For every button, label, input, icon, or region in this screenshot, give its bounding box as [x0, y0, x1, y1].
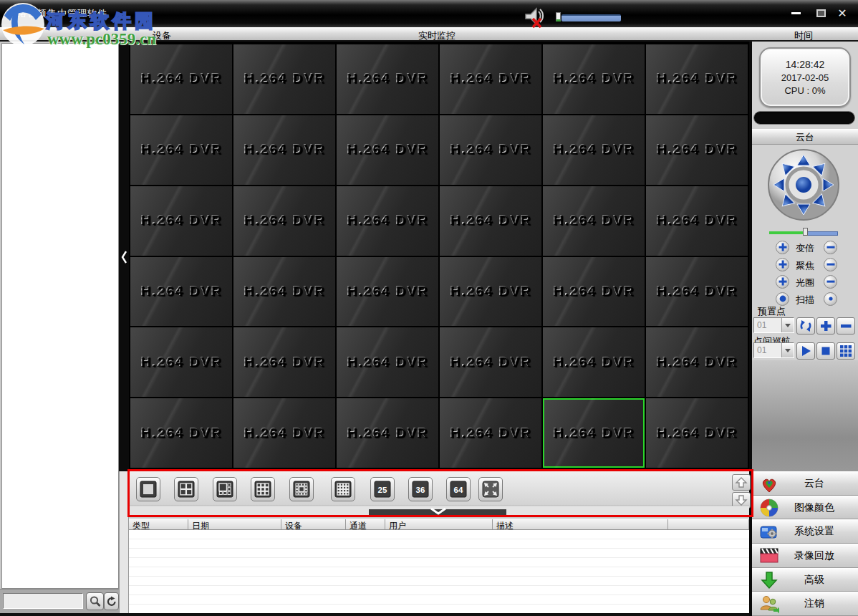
layout-6-button[interactable] [213, 477, 237, 501]
volume-thumb[interactable] [556, 12, 561, 21]
title-bar[interactable]: 网络视频集中管理软件 ✕ [0, 0, 858, 27]
menu-button-高级[interactable]: 高级 [752, 568, 858, 592]
video-cell[interactable]: H.264 DVR [440, 398, 541, 468]
tab-live-monitor[interactable]: 实时监控 [387, 29, 487, 42]
menu-button-系统设置[interactable]: 系统设置 [752, 519, 858, 544]
log-table-body[interactable] [129, 530, 749, 613]
preset-dropdown-button[interactable] [781, 318, 794, 332]
video-cell[interactable]: H.264 DVR [337, 327, 438, 397]
video-cell[interactable]: H.264 DVR [337, 398, 438, 468]
preset-select[interactable]: 01 [753, 317, 794, 333]
video-cell[interactable]: H.264 DVR [646, 115, 748, 185]
fullscreen-button[interactable] [478, 477, 503, 501]
refresh-button[interactable] [104, 592, 119, 610]
minimize-button[interactable] [786, 6, 805, 20]
log-column-header[interactable]: 用户 [385, 519, 493, 529]
mute-button[interactable] [521, 6, 547, 30]
layout-25-button[interactable]: 25 [370, 477, 395, 501]
log-column-header[interactable]: 通道 [346, 519, 385, 529]
cruise-select[interactable]: 01 [753, 342, 794, 358]
layout-36-button[interactable]: 36 [408, 477, 433, 501]
search-button[interactable] [86, 592, 104, 610]
video-cell[interactable]: H.264 DVR [337, 115, 438, 185]
video-cell[interactable]: H.264 DVR [543, 327, 645, 397]
menu-button-录像回放[interactable]: 录像回放 [752, 544, 858, 568]
video-cell[interactable]: H.264 DVR [130, 44, 232, 114]
video-cell[interactable]: H.264 DVR [543, 115, 645, 185]
tab-time: 时间 [788, 29, 819, 42]
扫描-dot-small-button[interactable] [824, 292, 837, 306]
cruise-play-button[interactable] [796, 342, 815, 360]
video-cell[interactable]: H.264 DVR [130, 115, 232, 185]
layout-13-button[interactable] [289, 477, 314, 501]
video-cell[interactable]: H.264 DVR [646, 44, 748, 114]
video-cell[interactable]: H.264 DVR [337, 257, 438, 327]
cruise-stop-button[interactable] [816, 342, 835, 360]
cruise-dropdown-button[interactable] [781, 343, 794, 357]
log-column-header[interactable]: 设备 [281, 519, 346, 529]
cruise-track-button[interactable] [837, 342, 855, 360]
minus-icon [839, 320, 852, 332]
scroll-up-button[interactable] [732, 474, 751, 491]
layout-1-button[interactable] [136, 477, 160, 501]
slider-thumb[interactable] [803, 228, 808, 236]
video-cell[interactable]: H.264 DVR [646, 398, 748, 468]
log-column-header[interactable]: 日期 [188, 519, 281, 529]
volume-slider[interactable] [561, 14, 621, 21]
close-button[interactable]: ✕ [833, 6, 852, 20]
preset-delete-button[interactable] [837, 317, 855, 335]
ptz-center-button[interactable] [796, 177, 811, 193]
video-cell[interactable]: H.264 DVR [543, 186, 645, 256]
collapse-down-icon[interactable] [428, 507, 448, 516]
video-cell[interactable]: H.264 DVR [130, 327, 232, 397]
maximize-button[interactable] [811, 6, 830, 20]
layout-9-button[interactable] [251, 477, 275, 501]
video-cell[interactable]: H.264 DVR [233, 327, 335, 397]
video-cell[interactable]: H.264 DVR [543, 44, 645, 114]
video-cell[interactable]: H.264 DVR [130, 257, 232, 327]
video-cell[interactable]: H.264 DVR [337, 44, 438, 114]
video-cell[interactable]: H.264 DVR [440, 327, 541, 397]
光圈-minus-button[interactable] [824, 275, 837, 289]
bottom-scroll-strip[interactable] [129, 506, 749, 517]
video-cell[interactable]: H.264 DVR [440, 186, 541, 256]
video-cell[interactable]: H.264 DVR [233, 186, 335, 256]
video-cell[interactable]: H.264 DVR [543, 257, 645, 327]
video-cell-label: H.264 DVR [130, 70, 232, 86]
video-cell-label: H.264 DVR [646, 141, 748, 157]
video-cell[interactable]: H.264 DVR [440, 257, 541, 327]
video-cell-selected[interactable]: H.264 DVR [543, 398, 645, 468]
plus-icon [819, 320, 832, 332]
video-cell[interactable]: H.264 DVR [130, 398, 232, 468]
layout-64-button[interactable]: 64 [446, 477, 471, 501]
log-column-header[interactable]: 类型 [129, 519, 188, 529]
video-cell[interactable]: H.264 DVR [233, 115, 335, 185]
panel-collapse-strip[interactable] [119, 43, 129, 471]
maximize-icon [816, 9, 826, 17]
video-cell[interactable]: H.264 DVR [440, 44, 541, 114]
layout-4-button[interactable] [174, 477, 198, 501]
video-cell[interactable]: H.264 DVR [646, 186, 748, 256]
video-cell[interactable]: H.264 DVR [646, 257, 748, 327]
ptz-speed-slider[interactable] [769, 228, 838, 236]
log-column-header[interactable]: 描述 [493, 519, 668, 529]
video-cell[interactable]: H.264 DVR [233, 257, 335, 327]
ptz-direction-pad[interactable] [766, 148, 841, 222]
video-cell[interactable]: H.264 DVR [646, 327, 748, 397]
menu-button-图像颜色[interactable]: 图像颜色 [752, 496, 858, 520]
menu-button-云台[interactable]: 云台 [752, 471, 858, 496]
layout-16-button[interactable] [331, 477, 355, 501]
聚焦-minus-button[interactable] [824, 258, 837, 271]
tab-device[interactable]: 设备 [153, 29, 171, 42]
video-cell[interactable]: H.264 DVR [233, 44, 335, 114]
video-cell[interactable]: H.264 DVR [233, 398, 335, 468]
menu-button-注销[interactable]: 注销 [752, 592, 858, 616]
video-cell[interactable]: H.264 DVR [130, 186, 232, 256]
device-tree-panel[interactable] [1, 43, 119, 589]
preset-add-button[interactable] [816, 317, 835, 335]
preset-refresh-button[interactable] [796, 317, 815, 335]
变倍-minus-button[interactable] [824, 241, 837, 254]
search-input[interactable] [3, 593, 83, 609]
video-cell[interactable]: H.264 DVR [337, 186, 438, 256]
video-cell[interactable]: H.264 DVR [440, 115, 541, 185]
